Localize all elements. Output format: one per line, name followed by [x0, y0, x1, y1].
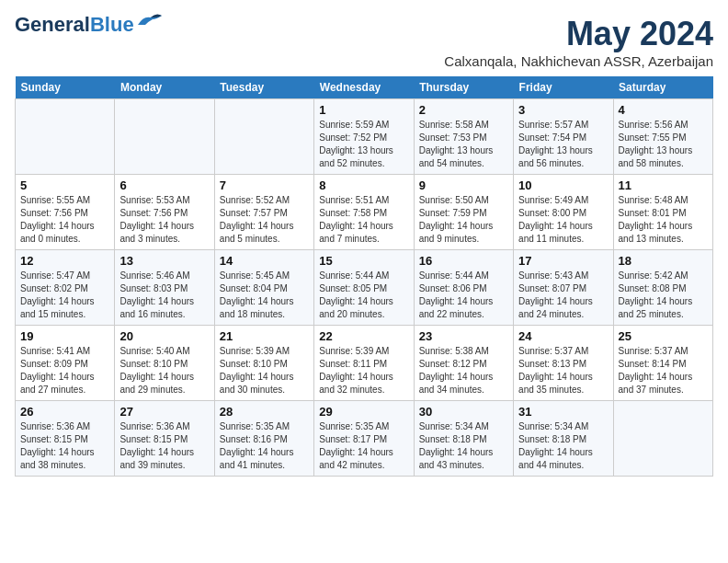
- calendar-cell: 21Sunrise: 5:39 AMSunset: 8:10 PMDayligh…: [214, 326, 313, 401]
- day-number: 9: [419, 178, 508, 192]
- cell-info: Sunrise: 5:42 AMSunset: 8:08 PMDaylight:…: [619, 270, 708, 321]
- calendar-cell: 24Sunrise: 5:37 AMSunset: 8:13 PMDayligh…: [514, 326, 613, 401]
- calendar-cell: 19Sunrise: 5:41 AMSunset: 8:09 PMDayligh…: [16, 326, 115, 401]
- cell-info: Sunrise: 5:35 AMSunset: 8:17 PMDaylight:…: [319, 420, 408, 472]
- day-number: 31: [518, 405, 608, 419]
- week-row-1: 1Sunrise: 5:59 AMSunset: 7:52 PMDaylight…: [16, 99, 713, 175]
- calendar-cell: 29Sunrise: 5:35 AMSunset: 8:17 PMDayligh…: [314, 401, 414, 477]
- day-number: 14: [220, 254, 309, 268]
- day-number: 5: [20, 178, 109, 192]
- cell-info: Sunrise: 5:39 AMSunset: 8:11 PMDaylight:…: [319, 345, 408, 396]
- col-header-tuesday: Tuesday: [214, 76, 313, 99]
- calendar-cell: 5Sunrise: 5:55 AMSunset: 7:56 PMDaylight…: [16, 175, 115, 250]
- cell-info: Sunrise: 5:58 AMSunset: 7:53 PMDaylight:…: [419, 119, 508, 170]
- cell-info: Sunrise: 5:41 AMSunset: 8:09 PMDaylight:…: [20, 345, 109, 396]
- calendar-cell: 2Sunrise: 5:58 AMSunset: 7:53 PMDaylight…: [414, 99, 513, 175]
- day-number: 13: [119, 254, 209, 268]
- day-number: 17: [518, 254, 608, 268]
- calendar-cell: 25Sunrise: 5:37 AMSunset: 8:14 PMDayligh…: [613, 326, 712, 401]
- cell-info: Sunrise: 5:36 AMSunset: 8:15 PMDaylight:…: [119, 420, 209, 472]
- calendar-cell: 17Sunrise: 5:43 AMSunset: 8:07 PMDayligh…: [514, 250, 613, 326]
- calendar-cell: 11Sunrise: 5:48 AMSunset: 8:01 PMDayligh…: [613, 175, 712, 250]
- cell-info: Sunrise: 5:44 AMSunset: 8:06 PMDaylight:…: [419, 270, 508, 321]
- logo-bird-icon: [136, 12, 164, 30]
- day-number: 23: [419, 329, 508, 343]
- day-number: 26: [20, 405, 109, 419]
- cell-info: Sunrise: 5:38 AMSunset: 8:12 PMDaylight:…: [419, 345, 508, 396]
- cell-info: Sunrise: 5:35 AMSunset: 8:16 PMDaylight:…: [220, 420, 309, 472]
- calendar-cell: 13Sunrise: 5:46 AMSunset: 8:03 PMDayligh…: [115, 250, 214, 326]
- calendar-cell: 12Sunrise: 5:47 AMSunset: 8:02 PMDayligh…: [16, 250, 115, 326]
- calendar-cell: 30Sunrise: 5:34 AMSunset: 8:18 PMDayligh…: [414, 401, 513, 477]
- cell-info: Sunrise: 5:37 AMSunset: 8:13 PMDaylight:…: [518, 345, 608, 396]
- calendar-cell: 18Sunrise: 5:42 AMSunset: 8:08 PMDayligh…: [613, 250, 712, 326]
- cell-info: Sunrise: 5:48 AMSunset: 8:01 PMDaylight:…: [619, 194, 708, 246]
- calendar-cell: 15Sunrise: 5:44 AMSunset: 8:05 PMDayligh…: [314, 250, 414, 326]
- day-number: 3: [518, 103, 608, 117]
- calendar-cell: 14Sunrise: 5:45 AMSunset: 8:04 PMDayligh…: [214, 250, 313, 326]
- day-number: 27: [119, 405, 209, 419]
- day-number: 8: [319, 178, 408, 192]
- week-row-4: 19Sunrise: 5:41 AMSunset: 8:09 PMDayligh…: [16, 326, 713, 401]
- day-number: 28: [220, 405, 309, 419]
- col-header-monday: Monday: [115, 76, 214, 99]
- cell-info: Sunrise: 5:34 AMSunset: 8:18 PMDaylight:…: [419, 420, 508, 472]
- cell-info: Sunrise: 5:47 AMSunset: 8:02 PMDaylight:…: [20, 270, 109, 321]
- day-number: 21: [220, 329, 309, 343]
- day-number: 11: [619, 178, 708, 192]
- calendar-cell: 1Sunrise: 5:59 AMSunset: 7:52 PMDaylight…: [314, 99, 414, 175]
- day-number: 19: [20, 329, 109, 343]
- week-row-2: 5Sunrise: 5:55 AMSunset: 7:56 PMDaylight…: [16, 175, 713, 250]
- day-number: 30: [419, 405, 508, 419]
- week-row-5: 26Sunrise: 5:36 AMSunset: 8:15 PMDayligh…: [16, 401, 713, 477]
- calendar-cell: 31Sunrise: 5:34 AMSunset: 8:18 PMDayligh…: [514, 401, 613, 477]
- calendar-cell: 10Sunrise: 5:49 AMSunset: 8:00 PMDayligh…: [514, 175, 613, 250]
- cell-info: Sunrise: 5:56 AMSunset: 7:55 PMDaylight:…: [619, 119, 708, 170]
- calendar-cell: [115, 99, 214, 175]
- cell-info: Sunrise: 5:49 AMSunset: 8:00 PMDaylight:…: [518, 194, 608, 246]
- cell-info: Sunrise: 5:52 AMSunset: 7:57 PMDaylight:…: [220, 194, 309, 246]
- calendar-cell: 23Sunrise: 5:38 AMSunset: 8:12 PMDayligh…: [414, 326, 513, 401]
- day-number: 16: [419, 254, 508, 268]
- cell-info: Sunrise: 5:57 AMSunset: 7:54 PMDaylight:…: [518, 119, 608, 170]
- cell-info: Sunrise: 5:34 AMSunset: 8:18 PMDaylight:…: [518, 420, 608, 472]
- col-header-sunday: Sunday: [16, 76, 115, 99]
- calendar-cell: [613, 401, 712, 477]
- calendar-table: SundayMondayTuesdayWednesdayThursdayFrid…: [15, 76, 713, 477]
- month-title: May 2024: [444, 15, 713, 53]
- page-header: GeneralBlue May 2024 Calxanqala, Nakhich…: [15, 15, 713, 69]
- header-row: SundayMondayTuesdayWednesdayThursdayFrid…: [16, 76, 713, 99]
- logo: GeneralBlue: [15, 15, 164, 35]
- day-number: 1: [319, 103, 408, 117]
- day-number: 6: [119, 178, 209, 192]
- day-number: 7: [220, 178, 309, 192]
- col-header-saturday: Saturday: [613, 76, 712, 99]
- day-number: 18: [619, 254, 708, 268]
- col-header-wednesday: Wednesday: [314, 76, 414, 99]
- logo-text: GeneralBlue: [15, 15, 134, 35]
- cell-info: Sunrise: 5:55 AMSunset: 7:56 PMDaylight:…: [20, 194, 109, 246]
- cell-info: Sunrise: 5:40 AMSunset: 8:10 PMDaylight:…: [119, 345, 209, 396]
- cell-info: Sunrise: 5:46 AMSunset: 8:03 PMDaylight:…: [119, 270, 209, 321]
- calendar-cell: 7Sunrise: 5:52 AMSunset: 7:57 PMDaylight…: [214, 175, 313, 250]
- cell-info: Sunrise: 5:44 AMSunset: 8:05 PMDaylight:…: [319, 270, 408, 321]
- col-header-thursday: Thursday: [414, 76, 513, 99]
- day-number: 15: [319, 254, 408, 268]
- day-number: 22: [319, 329, 408, 343]
- cell-info: Sunrise: 5:50 AMSunset: 7:59 PMDaylight:…: [419, 194, 508, 246]
- calendar-cell: 20Sunrise: 5:40 AMSunset: 8:10 PMDayligh…: [115, 326, 214, 401]
- cell-info: Sunrise: 5:39 AMSunset: 8:10 PMDaylight:…: [220, 345, 309, 396]
- calendar-cell: 22Sunrise: 5:39 AMSunset: 8:11 PMDayligh…: [314, 326, 414, 401]
- day-number: 25: [619, 329, 708, 343]
- cell-info: Sunrise: 5:37 AMSunset: 8:14 PMDaylight:…: [619, 345, 708, 396]
- cell-info: Sunrise: 5:59 AMSunset: 7:52 PMDaylight:…: [319, 119, 408, 170]
- cell-info: Sunrise: 5:36 AMSunset: 8:15 PMDaylight:…: [20, 420, 109, 472]
- calendar-cell: 27Sunrise: 5:36 AMSunset: 8:15 PMDayligh…: [115, 401, 214, 477]
- cell-info: Sunrise: 5:45 AMSunset: 8:04 PMDaylight:…: [220, 270, 309, 321]
- calendar-cell: 26Sunrise: 5:36 AMSunset: 8:15 PMDayligh…: [16, 401, 115, 477]
- day-number: 4: [619, 103, 708, 117]
- calendar-cell: 8Sunrise: 5:51 AMSunset: 7:58 PMDaylight…: [314, 175, 414, 250]
- week-row-3: 12Sunrise: 5:47 AMSunset: 8:02 PMDayligh…: [16, 250, 713, 326]
- calendar-cell: 9Sunrise: 5:50 AMSunset: 7:59 PMDaylight…: [414, 175, 513, 250]
- calendar-cell: 6Sunrise: 5:53 AMSunset: 7:56 PMDaylight…: [115, 175, 214, 250]
